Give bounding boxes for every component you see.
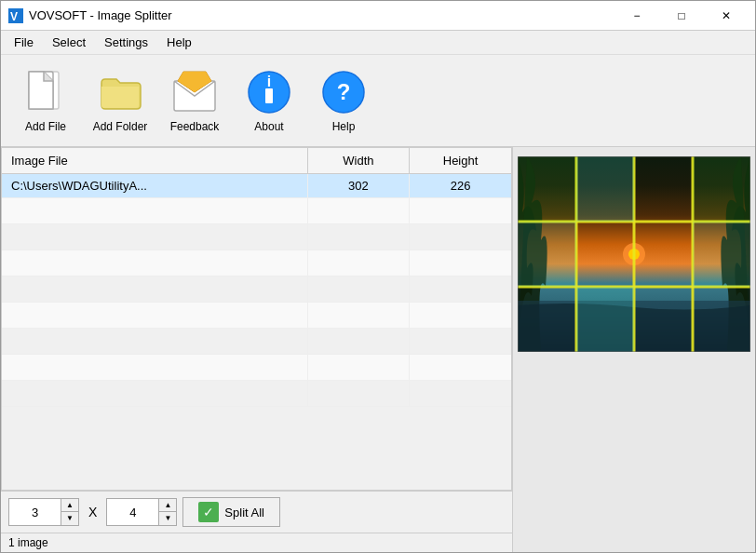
cols-input[interactable]: 4 [107,499,158,525]
title-controls: − □ ✕ [615,5,748,27]
help-label: Help [332,120,356,133]
svg-rect-28 [693,156,750,222]
table-row-empty-2 [2,224,511,250]
cols-down-arrow[interactable]: ▼ [159,512,176,525]
svg-text:?: ? [337,79,351,104]
table-row-empty-3 [2,250,511,276]
rows-spinner[interactable]: 3 ▲ ▼ [8,498,79,526]
close-button[interactable]: ✕ [705,5,748,27]
cell-width: 302 [307,174,409,198]
status-text: 1 image [8,536,48,549]
col-image-file: Image File [2,148,307,174]
cell-image-file: C:\Users\WDAGUtilityA... [2,174,307,198]
maximize-button[interactable]: □ [660,5,703,27]
status-bar: 1 image [1,533,512,552]
toolbar: Add File Add Folder Feedback [1,55,755,147]
minimize-button[interactable]: − [615,5,658,27]
window-title: VOVSOFT - Image Splitter [29,8,172,22]
svg-text:i: i [267,74,271,89]
help-button[interactable]: ? Help [306,59,381,142]
about-label: About [254,120,283,133]
feedback-label: Feedback [170,120,220,133]
col-width: Width [307,148,409,174]
table-row[interactable]: C:\Users\WDAGUtilityA... 302 226 [2,174,511,198]
help-icon: ? [319,68,368,116]
cols-spinner[interactable]: 4 ▲ ▼ [106,498,177,526]
table-row-empty-6 [2,329,511,355]
check-icon: ✓ [198,502,219,522]
cols-up-arrow[interactable]: ▲ [159,499,176,512]
file-table: Image File Width Height C:\User [2,148,511,407]
cell-height: 226 [410,174,511,198]
svg-rect-23 [576,156,634,222]
left-panel: Image File Width Height C:\User [1,147,513,552]
svg-rect-11 [265,88,273,92]
table-row-empty-4 [2,276,511,303]
about-icon: i [245,68,293,116]
rows-input[interactable]: 3 [9,499,61,525]
rows-arrows: ▲ ▼ [61,499,78,525]
about-button[interactable]: i About [232,59,306,142]
right-panel [513,147,755,552]
menu-select[interactable]: Select [43,33,95,52]
menu-file[interactable]: File [5,33,43,52]
file-table-container[interactable]: Image File Width Height C:\User [1,147,512,491]
col-height: Height [410,148,511,174]
preview-image [518,156,750,352]
table-row-empty-5 [2,303,511,329]
feedback-button[interactable]: Feedback [157,59,232,142]
table-row-empty-8 [2,381,511,407]
table-row-empty-1 [2,198,511,224]
image-preview [518,156,750,352]
add-folder-icon [96,68,144,116]
svg-rect-27 [518,156,576,222]
bottom-bar: 3 ▲ ▼ X 4 ▲ ▼ ✓ [1,491,512,533]
svg-rect-10 [265,90,273,103]
title-bar: V VOVSOFT - Image Splitter − □ ✕ [1,1,755,31]
app-icon: V [8,8,23,23]
add-folder-button[interactable]: Add Folder [83,59,157,142]
split-all-label: Split All [224,506,264,519]
svg-text:V: V [10,10,18,23]
feedback-icon [170,68,219,116]
add-file-button[interactable]: Add File [8,59,83,142]
title-bar-left: V VOVSOFT - Image Splitter [8,8,172,23]
x-separator: X [85,505,101,519]
rows-up-arrow[interactable]: ▲ [61,499,78,512]
rows-down-arrow[interactable]: ▼ [61,512,78,525]
main-window: V VOVSOFT - Image Splitter − □ ✕ File Se… [0,0,756,553]
add-file-icon [21,68,70,116]
svg-rect-26 [576,287,634,352]
cols-arrows: ▲ ▼ [158,499,176,525]
svg-rect-24 [518,222,576,287]
content-area: Image File Width Height C:\User [1,147,755,552]
svg-rect-25 [693,222,750,287]
add-folder-label: Add Folder [93,120,148,133]
menu-help[interactable]: Help [157,33,201,52]
table-row-empty-7 [2,355,511,381]
add-file-label: Add File [25,120,66,133]
table-header-row: Image File Width Height [2,148,511,174]
menu-settings[interactable]: Settings [95,33,157,52]
split-all-button[interactable]: ✓ Split All [182,497,280,527]
menu-bar: File Select Settings Help [1,31,755,55]
